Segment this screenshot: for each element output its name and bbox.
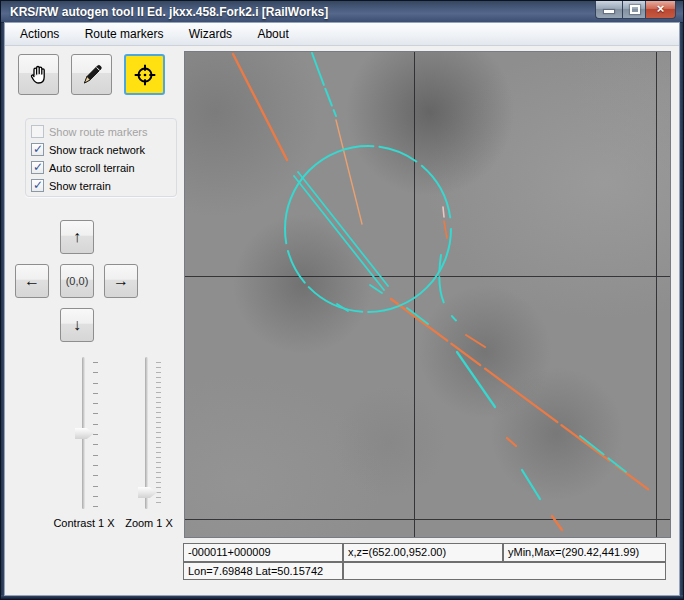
arrow-up-icon: ↑ xyxy=(73,228,81,246)
status-offset: -000011+000009 xyxy=(183,543,343,562)
caption-buttons: × xyxy=(595,1,676,19)
arrow-right-icon: → xyxy=(113,272,129,290)
close-button[interactable]: × xyxy=(646,1,676,19)
checkbox-label: Show terrain xyxy=(49,180,111,192)
scroll-down-button[interactable]: ↓ xyxy=(60,308,94,342)
menu-bar: Actions Route markers Wizards About xyxy=(5,23,679,46)
edit-tool-button[interactable] xyxy=(71,54,112,95)
arrow-left-icon: ← xyxy=(24,272,40,290)
checkbox-row-2[interactable]: Auto scroll terrain xyxy=(31,160,135,175)
track-network-layer xyxy=(185,52,670,537)
contrast-slider-thumb[interactable] xyxy=(75,428,94,439)
zoom-slider-ticks xyxy=(156,362,161,507)
window-title: KRS/RW autogen tool II Ed. jkxx.458.Fork… xyxy=(10,1,328,23)
checkbox-label: Show track network xyxy=(49,144,145,156)
maximize-button[interactable] xyxy=(622,1,646,19)
grid-lines xyxy=(185,52,670,537)
marker-dash xyxy=(443,207,444,217)
center-origin-button[interactable]: (0,0) xyxy=(60,264,94,298)
checkbox-row-0[interactable]: Show route markers xyxy=(31,124,147,139)
zoom-slider-thumb[interactable] xyxy=(138,487,157,498)
contrast-slider-ticks xyxy=(93,362,98,507)
close-icon: × xyxy=(646,1,675,17)
checkbox-label: Auto scroll terrain xyxy=(49,162,135,174)
menu-item-about[interactable]: About xyxy=(246,23,299,45)
pan-tool-button[interactable] xyxy=(18,54,59,95)
checkbox-row-3[interactable]: Show terrain xyxy=(31,178,111,193)
orange-tracks xyxy=(233,54,660,530)
crosshair-icon xyxy=(132,62,158,88)
app-window: KRS/RW autogen tool II Ed. jkxx.458.Fork… xyxy=(0,0,684,600)
checkbox-label: Show route markers xyxy=(49,126,147,138)
origin-label: (0,0) xyxy=(66,275,89,287)
client-area: Actions Route markers Wizards About xyxy=(5,23,679,595)
scroll-right-button[interactable]: → xyxy=(104,264,138,298)
contrast-slider-label: Contrast 1 X xyxy=(49,517,119,529)
status-lonlat: Lon=7.69848 Lat=50.15742 xyxy=(183,562,343,580)
status-yminmax: yMin,Max=(290.42,441.99) xyxy=(503,543,666,562)
status-empty xyxy=(343,562,666,580)
arrow-down-icon: ↓ xyxy=(73,316,81,334)
checkbox-icon[interactable] xyxy=(31,161,44,174)
zoom-slider-track[interactable] xyxy=(145,357,148,509)
menu-item-actions[interactable]: Actions xyxy=(9,23,70,45)
window-frame-bottom xyxy=(1,595,683,599)
minimize-icon xyxy=(604,10,614,13)
map-viewport[interactable] xyxy=(184,51,671,538)
checkbox-icon[interactable] xyxy=(31,143,44,156)
checkbox-icon[interactable] xyxy=(31,125,44,138)
window-frame-right xyxy=(679,23,683,595)
scroll-up-button[interactable]: ↑ xyxy=(60,220,94,254)
maximize-icon xyxy=(630,5,640,14)
minimize-button[interactable] xyxy=(595,1,622,19)
menu-item-route-markers[interactable]: Route markers xyxy=(74,23,175,45)
menu-item-wizards[interactable]: Wizards xyxy=(178,23,243,45)
checkbox-row-1[interactable]: Show track network xyxy=(31,142,145,157)
center-tool-button[interactable] xyxy=(124,54,165,95)
title-bar[interactable]: KRS/RW autogen tool II Ed. jkxx.458.Fork… xyxy=(1,1,683,23)
zoom-slider-label: Zoom 1 X xyxy=(121,517,177,529)
status-xz: x,z=(652.00,952.00) xyxy=(343,543,503,562)
pencil-icon xyxy=(80,63,104,87)
checkbox-icon[interactable] xyxy=(31,179,44,192)
scroll-left-button[interactable]: ← xyxy=(15,264,49,298)
hand-icon xyxy=(27,63,51,87)
